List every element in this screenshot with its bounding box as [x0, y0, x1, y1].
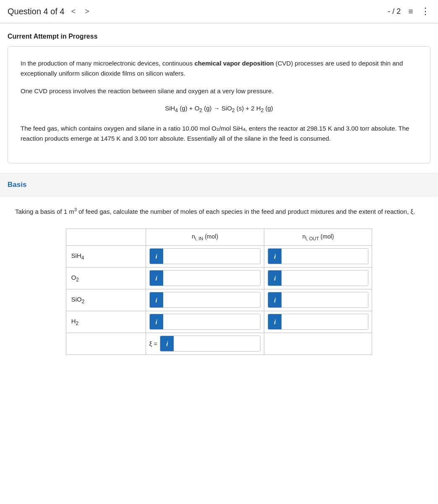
- o2-out-input[interactable]: [282, 270, 368, 286]
- problem-paragraph1: In the production of many microelectroni…: [21, 58, 417, 79]
- sih4-out-info-btn[interactable]: i: [268, 249, 282, 264]
- header-right: - / 2 ≡ ⋮: [388, 6, 430, 17]
- xi-in-cell: ξ = i: [146, 333, 264, 354]
- current-attempt-label: Current Attempt in Progress: [8, 33, 430, 40]
- col-out-header: ni, OUT (mol): [264, 229, 372, 246]
- sih4-in-cell: i: [146, 245, 264, 267]
- sih4-in-input[interactable]: [163, 249, 261, 264]
- h2-in-input-wrap: i: [149, 314, 261, 330]
- xi-eq-label: ξ =: [149, 340, 158, 347]
- col-species-header: [66, 229, 146, 246]
- species-h2: H2: [66, 311, 146, 333]
- sio2-in-info-btn[interactable]: i: [150, 292, 163, 307]
- question-label: Question 4 of 4: [8, 7, 65, 16]
- o2-in-info-btn[interactable]: i: [150, 270, 163, 286]
- o2-out-cell: i: [264, 267, 372, 289]
- xi-input-inner-wrap: i: [160, 336, 261, 352]
- basis-title: Basis: [8, 181, 26, 189]
- h2-in-input[interactable]: [163, 314, 261, 329]
- problem-paragraph2: One CVD process involves the reaction be…: [21, 86, 417, 96]
- list-icon[interactable]: ≡: [408, 7, 413, 16]
- sio2-in-cell: i: [146, 289, 264, 311]
- table-row: H2 i i: [66, 311, 372, 333]
- sih4-out-cell: i: [264, 245, 372, 267]
- table-row: SiH4 i i: [66, 245, 372, 267]
- table-wrapper: ni, IN (mol) ni, OUT (mol) SiH4: [15, 228, 423, 355]
- main-content: Current Attempt in Progress In the produ…: [0, 24, 438, 355]
- xi-species-cell: [66, 333, 146, 354]
- sih4-out-input-wrap: i: [268, 248, 368, 264]
- species-sih4: SiH4: [66, 245, 146, 267]
- score-label: - / 2: [388, 7, 401, 16]
- data-table: ni, IN (mol) ni, OUT (mol) SiH4: [66, 228, 373, 355]
- o2-out-input-wrap: i: [268, 270, 368, 286]
- problem-paragraph3: The feed gas, which contains oxygen and …: [21, 123, 417, 144]
- h2-out-cell: i: [264, 311, 372, 333]
- sio2-in-input[interactable]: [163, 292, 261, 307]
- sio2-out-info-btn[interactable]: i: [268, 292, 282, 307]
- xi-input[interactable]: [174, 336, 260, 351]
- problem-box: In the production of many microelectroni…: [8, 46, 430, 163]
- h2-out-input-wrap: i: [268, 314, 368, 330]
- table-row: SiO2 i i: [66, 289, 372, 311]
- h2-in-cell: i: [146, 311, 264, 333]
- header-left: Question 4 of 4 < >: [8, 6, 92, 17]
- col-in-header: ni, IN (mol): [146, 229, 264, 246]
- sio2-out-input-wrap: i: [268, 292, 368, 308]
- prev-button[interactable]: <: [69, 6, 78, 17]
- problem-cvd-bold: chemical vapor deposition: [194, 60, 274, 67]
- xi-info-btn[interactable]: i: [160, 336, 174, 351]
- dots-icon[interactable]: ⋮: [421, 6, 430, 17]
- sio2-out-cell: i: [264, 289, 372, 311]
- h2-in-info-btn[interactable]: i: [150, 314, 163, 329]
- table-row-xi: ξ = i: [66, 333, 372, 354]
- header: Question 4 of 4 < > - / 2 ≡ ⋮: [0, 0, 438, 24]
- problem-paragraph1a: In the production of many microelectroni…: [21, 60, 194, 67]
- basis-problem-text: Taking a basis of 1 m3 of feed gas, calc…: [15, 206, 423, 217]
- o2-in-input[interactable]: [163, 270, 261, 286]
- xi-out-cell: [264, 333, 372, 354]
- o2-in-input-wrap: i: [149, 270, 261, 286]
- species-o2: O2: [66, 267, 146, 289]
- sio2-out-input[interactable]: [282, 292, 368, 307]
- equation-block: SiH4 (g) + O2 (g) → SiO2 (s) + 2 H2 (g): [21, 105, 417, 113]
- table-row: O2 i i: [66, 267, 372, 289]
- h2-out-info-btn[interactable]: i: [268, 314, 282, 329]
- basis-section: Basis: [0, 173, 438, 196]
- xi-input-wrap: ξ = i: [149, 336, 261, 352]
- o2-out-info-btn[interactable]: i: [268, 270, 282, 286]
- sio2-in-input-wrap: i: [149, 292, 261, 308]
- sih4-in-info-btn[interactable]: i: [150, 249, 163, 264]
- basis-content: Taking a basis of 1 m3 of feed gas, calc…: [8, 196, 430, 355]
- next-button[interactable]: >: [82, 6, 92, 17]
- sih4-out-input[interactable]: [282, 249, 368, 264]
- sih4-in-input-wrap: i: [149, 248, 261, 264]
- species-sio2: SiO2: [66, 289, 146, 311]
- h2-out-input[interactable]: [282, 314, 368, 329]
- o2-in-cell: i: [146, 267, 264, 289]
